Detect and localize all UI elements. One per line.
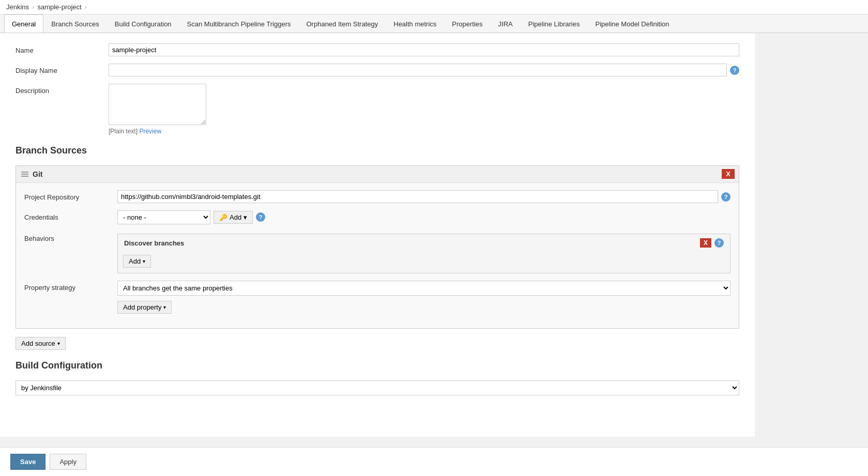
name-row: Name: [16, 43, 739, 56]
project-repo-row: Project Repository ?: [24, 190, 730, 203]
add-property-button[interactable]: Add property ▾: [117, 301, 172, 314]
project-repo-input[interactable]: [117, 190, 718, 203]
tabs-bar: General Branch Sources Build Configurati…: [0, 14, 868, 33]
tab-branch-sources[interactable]: Branch Sources: [43, 14, 107, 33]
credentials-label: Credentials: [24, 210, 117, 221]
add-behavior-label: Add: [129, 257, 141, 265]
add-source-label: Add source: [21, 340, 55, 347]
project-repo-help-icon[interactable]: ?: [721, 192, 730, 202]
description-row: Description [Plain text] Preview: [16, 84, 739, 135]
display-name-row: Display Name ?: [16, 64, 739, 76]
breadcrumb: Jenkins › sample-project ›: [0, 0, 868, 14]
credentials-add-arrow: ▾: [243, 213, 247, 221]
build-configuration-section: Build Configuration by Jenkinsfile: [16, 360, 739, 395]
git-box: Git X Project Repository ? Credentials -…: [16, 165, 739, 329]
behaviors-label: Behaviors: [24, 232, 117, 242]
add-behavior-button[interactable]: Add ▾: [123, 255, 151, 268]
tab-orphaned-item[interactable]: Orphaned Item Strategy: [299, 14, 386, 33]
display-name-input[interactable]: [109, 64, 727, 76]
add-behavior-arrow-icon: ▾: [143, 258, 145, 264]
behaviors-header: Discover branches X ?: [118, 234, 730, 252]
build-config-row: by Jenkinsfile: [16, 380, 739, 395]
behaviors-row: Behaviors Discover branches X ? Ad: [24, 232, 730, 273]
add-source-arrow-icon: ▾: [57, 341, 60, 346]
credentials-add-button[interactable]: 🔑 Add ▾: [214, 211, 253, 224]
add-source-button[interactable]: Add source ▾: [16, 337, 66, 350]
breadcrumb-project[interactable]: sample-project: [37, 3, 81, 11]
display-name-label: Display Name: [16, 64, 109, 74]
preview-link[interactable]: Preview: [139, 128, 161, 135]
tab-scan-multibranch[interactable]: Scan Multibranch Pipeline Triggers: [179, 14, 299, 33]
add-property-arrow-icon: ▾: [163, 304, 166, 310]
display-name-help-icon[interactable]: ?: [730, 66, 739, 75]
git-box-header: Git X: [16, 166, 739, 183]
property-strategy-select[interactable]: All branches get the same properties: [117, 281, 730, 296]
build-configuration-heading: Build Configuration: [16, 360, 739, 373]
tab-jira[interactable]: JIRA: [491, 14, 521, 33]
tab-health-metrics[interactable]: Health metrics: [386, 14, 444, 33]
name-input[interactable]: [109, 43, 739, 56]
name-label: Name: [16, 43, 109, 54]
add-property-row: Add property ▾: [117, 301, 730, 314]
git-title: Git: [33, 170, 42, 178]
breadcrumb-sep2: ›: [85, 3, 87, 11]
credentials-controls: - none - 🔑 Add ▾: [117, 210, 253, 224]
add-property-label: Add property: [123, 303, 161, 311]
credentials-select[interactable]: - none -: [117, 210, 210, 224]
tab-pipeline-libraries[interactable]: Pipeline Libraries: [521, 14, 588, 33]
drag-handle[interactable]: [21, 172, 28, 177]
add-source-row: Add source ▾: [16, 337, 739, 350]
build-config-select[interactable]: by Jenkinsfile: [16, 380, 739, 395]
key-icon: 🔑: [219, 213, 227, 221]
credentials-row: Credentials - none - 🔑 Add ▾ ?: [24, 210, 730, 224]
git-close-button[interactable]: X: [722, 169, 735, 179]
behaviors-box: Discover branches X ? Add ▾: [117, 234, 730, 273]
branch-sources-heading: Branch Sources: [16, 145, 739, 158]
credentials-help-icon[interactable]: ?: [256, 212, 265, 222]
git-box-body: Project Repository ? Credentials - none …: [16, 183, 739, 328]
tab-general[interactable]: General: [4, 14, 43, 33]
behaviors-close-button[interactable]: X: [700, 238, 711, 248]
behaviors-footer: Add ▾: [118, 252, 730, 273]
tab-pipeline-model-definition[interactable]: Pipeline Model Definition: [587, 14, 677, 33]
credentials-add-label: Add: [230, 213, 241, 221]
breadcrumb-sep1: ›: [32, 3, 34, 11]
discover-branches-title: Discover branches: [124, 239, 184, 247]
main-content: Name Display Name ? Description [Plain t…: [0, 33, 755, 437]
breadcrumb-jenkins[interactable]: Jenkins: [6, 3, 29, 11]
plain-text-note: [Plain text] Preview: [109, 128, 739, 135]
tab-properties[interactable]: Properties: [444, 14, 490, 33]
tab-build-configuration[interactable]: Build Configuration: [107, 14, 179, 33]
description-label: Description: [16, 84, 109, 95]
behaviors-help-icon[interactable]: ?: [714, 238, 724, 248]
property-strategy-label: Property strategy: [24, 281, 117, 291]
property-strategy-row: Property strategy All branches get the s…: [24, 281, 730, 314]
description-input[interactable]: [109, 84, 206, 125]
project-repo-label: Project Repository: [24, 190, 117, 201]
